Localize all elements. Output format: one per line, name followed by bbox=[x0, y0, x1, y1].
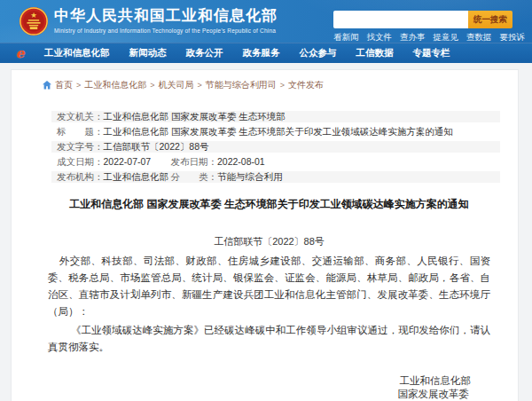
meta-value: 2022-08-01 bbox=[217, 156, 265, 168]
meta-value: 工信部联节〔2022〕88号 bbox=[104, 141, 209, 153]
nav-item-services[interactable]: 政务服务 bbox=[243, 47, 280, 59]
search-bar: 统一搜索 bbox=[333, 11, 512, 28]
breadcrumb-separator: > bbox=[150, 81, 154, 90]
nav-item-data[interactable]: 工信数据 bbox=[356, 47, 394, 59]
meta-row-dates: 成文日期： 2022-07-07 发布日期： 2022-08-01 bbox=[51, 156, 500, 168]
meta-label: 发文字号： bbox=[57, 141, 104, 153]
breadcrumb-energy-dept[interactable]: 节能与综合利用司 bbox=[206, 79, 277, 91]
site-header: ★ 中华人民共和国工业和信息化部 Ministry of Industry an… bbox=[0, 0, 532, 43]
meta-value: 工业和信息化部 国家发展改革委 生态环境部关于印发工业领域碳达峰实施方案的通知 bbox=[104, 126, 453, 138]
meta-row-title: 标 题： 工业和信息化部 国家发展改革委 生态环境部关于印发工业领域碳达峰实施方… bbox=[51, 126, 500, 138]
document-body: 工业和信息化部 国家发展改革委 生态环境部关于印发工业领域碳达峰实施方案的通知 … bbox=[48, 198, 490, 401]
nav-item-topics[interactable]: 专题专栏 bbox=[413, 47, 450, 59]
meta-label: 发布日期： bbox=[171, 156, 218, 168]
meta-value: 节能与综合利用 bbox=[217, 171, 283, 183]
breadcrumb-separator: > bbox=[76, 81, 81, 90]
breadcrumb-current: 文件发布 bbox=[288, 79, 324, 91]
meta-value: 2022-07-07 bbox=[104, 156, 171, 168]
breadcrumb: 首页 > 工业和信息化部 > 机关司局 > 节能与综合利用司 > 文件发布 bbox=[43, 79, 518, 90]
search-button[interactable]: 统一搜索 bbox=[468, 11, 512, 28]
site-subtitle: Ministry of Industry and Information Tec… bbox=[54, 28, 278, 34]
nav-item-miit[interactable]: 工业和信息化部 bbox=[44, 47, 110, 59]
meta-row-publisher: 发布机构： 工业和信息化部 分 类： 节能与综合利用 bbox=[51, 171, 500, 183]
breadcrumb-separator: > bbox=[280, 81, 285, 90]
svg-text:★: ★ bbox=[30, 11, 37, 20]
signature-line: 工业和信息化部 bbox=[48, 374, 490, 388]
signature-block: 工业和信息化部 国家发展改革委 生态环境部 bbox=[48, 374, 490, 401]
meta-value: 工业和信息化部 国家发展改革委 生态环境部 bbox=[104, 111, 286, 122]
breadcrumb-home[interactable]: 首页 bbox=[55, 79, 73, 91]
body-paragraph: 《工业领域碳达峰实施方案》已经碳达峰碳中和工作领导小组审议通过，现印发给你们，请… bbox=[48, 322, 490, 356]
meta-row-issuing-agency: 发文机关： 工业和信息化部 国家发展改革委 生态环境部 bbox=[51, 111, 500, 122]
page: ★ 中华人民共和国工业和信息化部 Ministry of Industry an… bbox=[0, 0, 532, 401]
home-icon[interactable] bbox=[43, 81, 51, 90]
meta-value: 工业和信息化部 bbox=[104, 171, 171, 183]
document-title: 工业和信息化部 国家发展改革委 生态环境部关于印发工业领域碳达峰实施方案的通知 bbox=[48, 198, 490, 211]
recipients-paragraph: 外交部、科技部、司法部、财政部、住房城乡建设部、交通运输部、商务部、人民银行、国… bbox=[48, 253, 490, 320]
document-number: 工信部联节〔2022〕88号 bbox=[48, 236, 490, 247]
content-card: 首页 > 工业和信息化部 > 机关司局 > 节能与综合利用司 > 文件发布 发文… bbox=[11, 69, 519, 401]
search-input[interactable] bbox=[333, 11, 468, 28]
document-meta-table: 发文机关： 工业和信息化部 国家发展改革委 生态环境部 标 题： 工业和信息化部… bbox=[51, 111, 500, 183]
meta-label: 分 类： bbox=[171, 171, 218, 183]
main-nav: e 工业和信息化部 新闻动态 政务公开 政务服务 公众参与 工信数据 专题专栏 bbox=[0, 43, 532, 63]
meta-row-doc-number: 发文字号： 工信部联节〔2022〕88号 bbox=[51, 141, 500, 153]
nav-item-public[interactable]: 公众参与 bbox=[300, 47, 337, 59]
meta-label: 发文机关： bbox=[57, 111, 104, 122]
site-title: 中华人民共和国工业和信息化部 bbox=[54, 6, 278, 26]
nav-item-news[interactable]: 新闻动态 bbox=[129, 47, 167, 59]
meta-label: 发布机构： bbox=[57, 171, 104, 183]
breadcrumb-separator: > bbox=[198, 81, 202, 90]
national-emblem-icon: ★ bbox=[19, 6, 49, 36]
signature-line: 国家发展改革委 bbox=[48, 388, 490, 401]
meta-label: 标 题： bbox=[57, 126, 104, 138]
miit-e-logo-icon: e bbox=[16, 47, 28, 59]
nav-item-gov-info[interactable]: 政务公开 bbox=[186, 47, 223, 59]
meta-label: 成文日期： bbox=[57, 156, 104, 168]
breadcrumb-bureaus[interactable]: 机关司局 bbox=[159, 79, 194, 91]
breadcrumb-miit[interactable]: 工业和信息化部 bbox=[84, 79, 146, 91]
site-brand[interactable]: ★ 中华人民共和国工业和信息化部 Ministry of Industry an… bbox=[19, 6, 278, 36]
site-title-block: 中华人民共和国工业和信息化部 Ministry of Industry and … bbox=[54, 6, 278, 34]
